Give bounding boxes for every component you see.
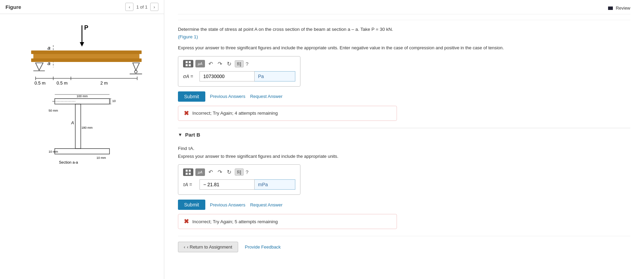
part-b-redo-button[interactable]: ↷ [216, 168, 223, 176]
svg-rect-25 [75, 104, 81, 149]
svg-text:100 mm: 100 mm [76, 94, 88, 98]
instruction-text: Express your answer to three significant… [178, 45, 630, 51]
bottom-bar: ‹ ‹ Return to Assignment Provide Feedbac… [178, 236, 630, 252]
part-a-var-label: σA = [183, 74, 197, 79]
part-b-var-label: τA = [183, 182, 197, 187]
svg-text:A: A [71, 121, 74, 125]
svg-marker-1 [80, 42, 84, 47]
redo-button[interactable]: ↷ [216, 60, 223, 68]
figure-title: Figure [5, 4, 21, 10]
svg-text:10 mm: 10 mm [49, 150, 58, 153]
part-b-unit-input[interactable] [254, 179, 295, 190]
part-b-header: ▼ Part B [178, 128, 630, 141]
figure-header: Figure ‹ 1 of 1 › [0, 0, 164, 14]
svg-text:0.5 m: 0.5 m [56, 80, 67, 86]
svg-text:10 mm: 10 mm [96, 156, 106, 160]
part-b-keyboard-button[interactable]: ⎘] [235, 168, 244, 176]
part-b-submit-button[interactable]: Submit [178, 200, 205, 210]
svg-marker-8 [36, 63, 43, 71]
part-a-answer-input[interactable] [199, 71, 254, 81]
question-main-text: Determine the state of stress at point A… [178, 26, 630, 40]
part-b-grid-button[interactable] [183, 168, 193, 176]
part-b-mu-button[interactable]: μA [195, 168, 205, 176]
svg-text:10 mm: 10 mm [112, 99, 116, 103]
part-b-instruction: Express your answer to three significant… [178, 153, 630, 160]
part-a-input-row: σA = [183, 71, 295, 81]
next-figure-btn[interactable]: › [150, 3, 158, 11]
part-b-find-text: Find τA. [178, 146, 630, 151]
svg-text:180 mm: 180 mm [81, 126, 93, 129]
undo-button[interactable]: ↶ [207, 60, 214, 68]
figure-link[interactable]: (Figure 1) [178, 34, 198, 39]
refresh-button[interactable]: ↻ [226, 60, 233, 68]
part-a-action-row: Submit Previous Answers Request Answer [178, 91, 630, 102]
figure-panel: Figure ‹ 1 of 1 › P a [0, 0, 164, 279]
provide-feedback-link[interactable]: Provide Feedback [245, 244, 281, 250]
part-a-answer-box: μA ↶ ↷ ↻ ⎘] ? σA = [178, 56, 300, 87]
figure-nav: ‹ 1 of 1 › [125, 3, 158, 11]
grid-button[interactable] [183, 60, 193, 67]
svg-text:2 m: 2 m [100, 80, 108, 86]
keyboard-button[interactable]: ⎘] [235, 60, 244, 67]
mu-button[interactable]: μA [195, 60, 205, 67]
part-b-request-answer-link[interactable]: Request Answer [250, 202, 283, 207]
part-a-request-answer-link[interactable]: Request Answer [250, 94, 283, 99]
part-b-refresh-button[interactable]: ↻ [226, 168, 233, 176]
right-panel: Review Determine the state of stress at … [164, 0, 644, 279]
part-a-error-box: ✖ Incorrect; Try Again; 4 attempts remai… [178, 106, 397, 121]
part-b-toolbar: μA ↶ ↷ ↻ ⎘] ? [183, 168, 295, 176]
part-b-error-box: ✖ Incorrect; Try Again; 5 attempts remai… [178, 214, 397, 229]
part-b-title: Part B [185, 132, 200, 138]
part-b-error-message: Incorrect; Try Again; 5 attempts remaini… [192, 219, 278, 224]
return-button[interactable]: ‹ ‹ Return to Assignment [178, 242, 238, 252]
part-b-prev-answers-link[interactable]: Previous Answers [210, 202, 245, 207]
svg-text:P: P [84, 24, 88, 31]
part-a-error-message: Incorrect; Try Again; 4 attempts remaini… [192, 111, 278, 116]
svg-rect-6 [31, 51, 142, 54]
figure-content: P a [0, 14, 164, 174]
part-a-toolbar: μA ↶ ↷ ↻ ⎘] ? [183, 60, 295, 68]
part-b-action-row: Submit Previous Answers Request Answer [178, 200, 630, 210]
svg-text:a: a [48, 45, 51, 51]
grid-icon [185, 61, 191, 66]
return-arrow-icon: ‹ [184, 244, 185, 250]
part-b-grid-icon [185, 169, 191, 175]
collapse-arrow[interactable]: ▼ [178, 132, 182, 137]
svg-text:50 mm: 50 mm [49, 109, 58, 112]
top-bar: Review [178, 3, 630, 14]
figure-page: 1 of 1 [136, 4, 147, 10]
svg-text:Section a-a: Section a-a [59, 160, 78, 164]
part-b-error-icon: ✖ [184, 218, 189, 225]
beam-diagram: P a [7, 21, 157, 92]
part-b-input-row: τA = [183, 179, 295, 190]
part-b-help-button[interactable]: ? [246, 169, 248, 175]
part-a-prev-answers-link[interactable]: Previous Answers [210, 94, 245, 99]
prev-figure-btn[interactable]: ‹ [125, 3, 133, 11]
part-a-submit-button[interactable]: Submit [178, 91, 205, 102]
section-diagram: A 100 mm 10 mm 50 mm 180 mm 10 mm [48, 92, 116, 167]
part-a-unit-input[interactable] [254, 71, 295, 81]
help-button[interactable]: ? [246, 61, 248, 67]
part-a-error-icon: ✖ [184, 110, 189, 117]
part-b-answer-input[interactable] [199, 179, 254, 190]
part-b-undo-button[interactable]: ↶ [207, 168, 214, 176]
svg-text:a: a [48, 60, 51, 66]
review-icon [608, 7, 613, 10]
part-b-answer-box: μA ↶ ↷ ↻ ⎘] ? τA = [178, 164, 300, 195]
svg-rect-26 [55, 149, 110, 154]
review-button[interactable]: Review [608, 5, 630, 11]
svg-text:0.5 m: 0.5 m [35, 80, 46, 86]
svg-marker-10 [133, 63, 139, 71]
